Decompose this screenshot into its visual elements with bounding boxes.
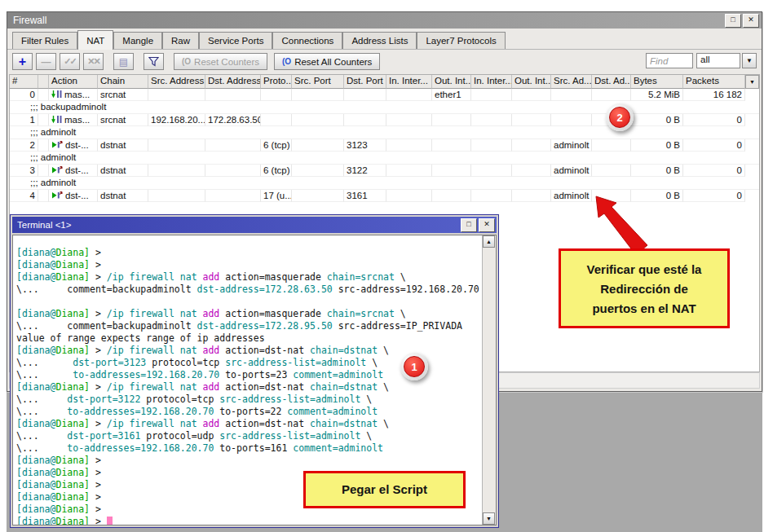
cell: 3 — [10, 165, 38, 177]
comment-row[interactable]: ;;; backupadminolt — [10, 101, 759, 114]
firewall-titlebar[interactable]: Firewall □ ✕ — [7, 12, 762, 29]
column-header-src-port[interactable]: Src. Port — [292, 75, 344, 89]
nat-rule-row[interactable]: 2dst-...dstnat6 (tcp)3123adminolt0 B0 — [10, 139, 759, 152]
cell — [551, 114, 592, 126]
cell — [592, 165, 631, 177]
cell — [148, 89, 205, 101]
tab-service-ports[interactable]: Service Ports — [199, 32, 272, 49]
action-label: dst-... — [65, 165, 89, 175]
column-header-proto[interactable]: Proto... — [261, 75, 292, 89]
filter-scope-select[interactable]: all — [696, 53, 740, 68]
cell — [386, 114, 432, 126]
column-header-action[interactable]: Action — [49, 75, 98, 89]
dstnat-icon — [51, 191, 63, 202]
column-header-src-address[interactable]: Src. Address — [148, 75, 205, 89]
nat-rule-row[interactable]: 3dst-...dstnat6 (tcp)3122adminolt0 B0 — [10, 165, 759, 177]
terminal-line: [diana@Diana] > /ip firewall nat add act… — [16, 381, 481, 394]
masquerade-icon — [51, 115, 62, 126]
close-icon[interactable]: ✕ — [479, 218, 495, 232]
tab-layer7-protocols[interactable]: Layer7 Protocols — [417, 32, 505, 49]
cell: ether1 — [432, 89, 471, 101]
comment-row[interactable]: ;;; adminolt — [10, 126, 759, 139]
tab-address-lists[interactable]: Address Lists — [342, 32, 417, 49]
column-header-flags[interactable] — [38, 75, 49, 89]
action-label: mas... — [64, 115, 90, 125]
cell — [592, 190, 631, 202]
enable-rule-button[interactable]: ✓✓ — [60, 53, 80, 70]
scroll-up-icon[interactable]: ▲ — [483, 235, 495, 248]
tab-filter-rules[interactable]: Filter Rules — [12, 32, 77, 49]
cell: srcnat — [98, 89, 148, 101]
maximize-icon[interactable]: □ — [461, 218, 477, 232]
column-header-in-inter[interactable]: In. Inter... — [471, 75, 512, 89]
column-header-dst-port[interactable]: Dst. Port — [344, 75, 386, 89]
cell — [148, 139, 205, 152]
cell: 3123 — [344, 139, 386, 152]
column-header-bytes[interactable]: Bytes — [631, 75, 683, 89]
cell: adminolt — [551, 190, 592, 202]
column-select-icon[interactable]: ▼ — [745, 75, 759, 89]
terminal-line: \... to-addresses=192.168.20.70 to-ports… — [16, 442, 481, 455]
cell: 17 (u... — [261, 190, 292, 202]
cell: 0 B — [631, 165, 683, 177]
column-header-out-int[interactable]: Out. Int... — [512, 75, 551, 89]
terminal-titlebar[interactable]: Terminal <1> □ ✕ — [12, 217, 497, 233]
terminal-line: [diana@Diana] > /ip firewall nat add act… — [16, 308, 481, 320]
find-input[interactable] — [646, 53, 693, 68]
cell — [261, 89, 292, 101]
terminal-line: [diana@Diana] > /ip firewall nat add act… — [16, 418, 481, 430]
comment-row[interactable]: ;;; adminolt — [10, 152, 759, 165]
cell — [432, 165, 471, 177]
cell: 0 — [683, 139, 745, 152]
cell: 192.168.20... — [148, 114, 205, 126]
cell — [344, 114, 386, 126]
column-header-in-inter[interactable]: In. Inter... — [386, 75, 432, 89]
column-header-chain[interactable]: Chain — [98, 75, 148, 89]
disable-rule-button[interactable]: ✕✕ — [83, 53, 104, 70]
filter-button[interactable] — [144, 53, 164, 70]
action-label: dst-... — [65, 140, 89, 150]
filter-icon — [148, 56, 159, 67]
step-badge-1-number: 1 — [404, 356, 425, 377]
tab-raw[interactable]: Raw — [162, 32, 199, 49]
reset-all-counters-button[interactable]: (O Reset All Counters — [274, 53, 380, 70]
close-icon[interactable]: ✕ — [743, 14, 759, 28]
column-header-out-int[interactable]: Out. Int... — [432, 75, 471, 89]
cell: dst-... — [49, 165, 98, 177]
reset-counters-button[interactable]: (O Reset Counters — [174, 53, 267, 70]
column-header-[interactable]: # — [10, 75, 38, 89]
tab-mangle[interactable]: Mangle — [113, 32, 162, 49]
cell: 2 — [10, 139, 38, 152]
comment-row[interactable]: ;;; adminolt — [10, 177, 759, 190]
cell — [432, 139, 471, 152]
nat-rule-row[interactable]: 4dst-...dstnat17 (u...3161adminolt0 B0 — [10, 190, 759, 202]
nat-rule-row[interactable]: 0mas...srcnatether15.2 MiB16 182 — [10, 89, 759, 101]
maximize-icon[interactable]: □ — [725, 14, 741, 28]
terminal-line: \... comment=backupadminolt dst-address=… — [16, 284, 481, 296]
cell: 0 B — [631, 139, 683, 152]
cell: 0 — [683, 165, 745, 177]
column-header-dst-address[interactable]: Dst. Address — [205, 75, 261, 89]
column-header-dst-ad[interactable]: Dst. Ad... — [592, 75, 631, 89]
cell — [205, 165, 261, 177]
column-header-src-ad[interactable]: Src. Ad... — [551, 75, 592, 89]
add-rule-button[interactable]: + — [12, 53, 33, 70]
callout-line: puertos en el NAT — [561, 299, 727, 319]
cell: 16 182 — [683, 89, 745, 101]
scroll-down-icon[interactable]: ▼ — [483, 512, 495, 525]
cell: 4 — [10, 190, 38, 202]
column-header-packets[interactable]: Packets — [683, 75, 745, 89]
tab-connections[interactable]: Connections — [272, 32, 342, 49]
remove-rule-button[interactable]: — — [36, 53, 56, 70]
cell — [471, 114, 512, 126]
cell — [471, 165, 512, 177]
cell: dst-... — [49, 139, 98, 152]
tab-nat[interactable]: NAT — [77, 30, 113, 50]
filter-scope-dropdown-icon[interactable]: ▼ — [742, 53, 757, 68]
comment-button[interactable]: ▤ — [113, 53, 134, 70]
cell — [432, 190, 471, 202]
cell — [38, 165, 49, 177]
nat-rule-row[interactable]: 1mas...srcnat192.168.20...172.28.63.500 … — [10, 114, 759, 126]
callout-verify-nat: Verificar que esté la Redirección de pue… — [559, 248, 730, 328]
terminal-scrollbar[interactable]: ▲ ▼ — [482, 235, 496, 525]
